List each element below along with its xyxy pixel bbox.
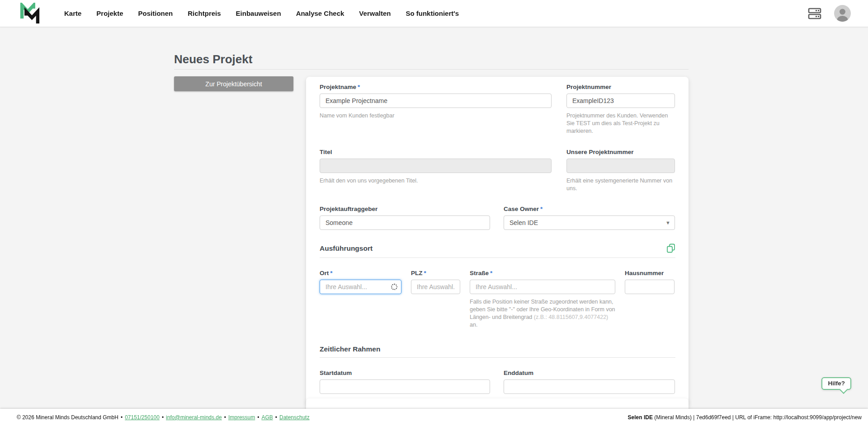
mineral-minds-logo[interactable]	[20, 3, 40, 24]
plz-field-group: PLZ*	[411, 270, 460, 329]
form-row-address: Ort* PLZ* Straße* Falls die Po	[320, 270, 675, 329]
titel-label: Titel	[320, 149, 552, 155]
server-icon[interactable]	[808, 8, 821, 19]
header-right-controls	[808, 5, 851, 22]
nav-item-karte[interactable]: Karte	[64, 9, 81, 17]
nav-item-richtpreis[interactable]: Richtpreis	[188, 9, 221, 17]
unsere-projektnummer-field-group: Unsere Projektnummer Erhält eine systemg…	[566, 149, 675, 192]
nav-item-verwalten[interactable]: Verwalten	[359, 9, 391, 17]
required-marker: *	[490, 270, 492, 276]
plz-input[interactable]	[411, 280, 460, 294]
user-avatar[interactable]	[834, 5, 851, 22]
ausfuehrungsort-divider	[320, 257, 675, 258]
projektnummer-field-group: Projektnummer Projektnummer des Kunden. …	[566, 84, 675, 135]
strasse-helper-suffix: an.	[470, 322, 477, 328]
footer-separator: •	[121, 414, 123, 421]
form-row-name-number: Projektname* Name vom Kunden festlegbar …	[320, 84, 675, 135]
form-row-titel-unsere-nummer: Titel Erhält den von uns vorgegebenen Ti…	[320, 149, 675, 192]
startdatum-input[interactable]	[320, 379, 490, 394]
projektauftraggeber-input[interactable]	[320, 215, 490, 230]
case-owner-label-text: Case Owner	[504, 206, 539, 212]
projektname-helper: Name vom Kunden festlegbar	[320, 112, 552, 120]
footer-separator: •	[275, 414, 277, 421]
footer-separator: •	[162, 414, 164, 421]
form-row-auftraggeber-owner: Projektauftraggeber Case Owner* Selen ID…	[320, 206, 675, 230]
ort-input-wrapper	[320, 280, 401, 294]
ausfuehrungsort-section-header: Ausführungsort	[320, 243, 675, 253]
main-nav: Karte Projekte Positionen Richtpreis Ein…	[64, 9, 459, 17]
nav-item-projekte[interactable]: Projekte	[96, 9, 123, 17]
projektauftraggeber-field-group: Projektauftraggeber	[320, 206, 490, 230]
form-row-dates: Startdatum Enddatum	[320, 370, 675, 394]
back-to-project-overview-button[interactable]: Zur Projektübersicht	[174, 76, 293, 91]
hausnummer-input[interactable]	[625, 280, 675, 294]
case-owner-select[interactable]: Selen IDE ▼	[504, 215, 675, 230]
footer-datenschutz-link[interactable]: Datenschutz	[279, 414, 310, 421]
page-title: Neues Projekt	[174, 52, 252, 66]
nav-item-so-funktionierts[interactable]: So funktioniert's	[406, 9, 459, 17]
footer-user-name: Selen IDE	[628, 414, 653, 421]
copy-location-button[interactable]	[666, 243, 675, 253]
ausfuehrungsort-section-title: Ausführungsort	[320, 244, 373, 253]
nav-item-positionen[interactable]: Positionen	[138, 9, 173, 17]
footer-agb-link[interactable]: AGB	[261, 414, 273, 421]
strasse-label-text: Straße	[470, 270, 489, 276]
startdatum-field-group: Startdatum	[320, 370, 490, 394]
footer-left: © 2026 Mineral Minds Deutschland GmbH • …	[17, 414, 310, 421]
top-navigation-bar: Karte Projekte Positionen Richtpreis Ein…	[0, 0, 868, 27]
projektname-input[interactable]	[320, 94, 552, 108]
ort-input[interactable]	[320, 280, 401, 294]
help-button[interactable]: Hilfe?	[821, 377, 851, 390]
ort-label: Ort*	[320, 270, 401, 276]
titel-helper: Erhält den von uns vorgegebenen Titel.	[320, 177, 552, 185]
required-marker: *	[540, 206, 542, 212]
strasse-helper: Falls die Position keiner Straße zugeord…	[470, 298, 615, 329]
titel-input	[320, 159, 552, 173]
footer-phone-link[interactable]: 07151/250100	[125, 414, 160, 421]
enddatum-input[interactable]	[504, 379, 675, 394]
case-owner-field-group: Case Owner* Selen IDE ▼	[504, 206, 675, 230]
titel-field-group: Titel Erhält den von uns vorgegebenen Ti…	[320, 149, 552, 192]
zeitlicher-rahmen-divider	[320, 357, 675, 358]
enddatum-field-group: Enddatum	[504, 370, 675, 394]
projektname-label: Projektname*	[320, 84, 552, 90]
required-marker: *	[424, 270, 426, 276]
nav-item-analyse-check[interactable]: Analyse Check	[296, 9, 344, 17]
nav-item-einbauweisen[interactable]: Einbauweisen	[236, 9, 281, 17]
unsere-projektnummer-helper: Erhält eine systemgenerierte Nummer von …	[566, 177, 675, 192]
footer-impressum-link[interactable]: Impressum	[228, 414, 255, 421]
copy-icon	[666, 243, 675, 253]
chevron-down-icon: ▼	[665, 220, 670, 225]
projektname-label-text: Projektname	[320, 84, 356, 90]
main-content: Neues Projekt Zur Projektübersicht Proje…	[0, 27, 868, 426]
strasse-input[interactable]	[470, 280, 615, 294]
hausnummer-field-group: Hausnummer	[625, 270, 675, 329]
projektnummer-input[interactable]	[566, 94, 675, 108]
footer-copyright: © 2026 Mineral Minds Deutschland GmbH	[17, 414, 118, 421]
zeitlicher-rahmen-section-title: Zeitlicher Rahmen	[320, 345, 380, 353]
logo-icon	[20, 3, 40, 24]
person-icon	[834, 6, 851, 22]
footer-email-link[interactable]: info@mineral-minds.de	[166, 414, 222, 421]
footer-bar: © 2026 Mineral Minds Deutschland GmbH • …	[0, 409, 868, 426]
projektauftraggeber-label: Projektauftraggeber	[320, 206, 490, 212]
required-marker: *	[358, 84, 360, 90]
strasse-field-group: Straße* Falls die Position keiner Straße…	[470, 270, 615, 329]
strasse-label: Straße*	[470, 270, 615, 276]
ort-label-text: Ort	[320, 270, 329, 276]
hausnummer-label: Hausnummer	[625, 270, 675, 276]
required-marker: *	[330, 270, 332, 276]
unsere-projektnummer-input	[566, 159, 675, 173]
footer-separator: •	[257, 414, 259, 421]
loading-spinner-icon	[391, 284, 397, 290]
projektname-field-group: Projektname* Name vom Kunden festlegbar	[320, 84, 552, 135]
projektnummer-label: Projektnummer	[566, 84, 675, 90]
title-divider	[174, 69, 689, 70]
projektnummer-helper: Projektnummer des Kunden. Verwenden Sie …	[566, 112, 675, 135]
footer-separator: •	[224, 414, 226, 421]
new-project-form-card: Projektname* Name vom Kunden festlegbar …	[306, 77, 689, 405]
case-owner-label: Case Owner*	[504, 206, 675, 212]
footer-session-details: (Mineral Minds) | 7ed6d69f7eed | URL of …	[653, 414, 862, 421]
enddatum-label: Enddatum	[504, 370, 675, 376]
footer-session-info: Selen IDE (Mineral Minds) | 7ed6d69f7eed…	[628, 414, 862, 421]
